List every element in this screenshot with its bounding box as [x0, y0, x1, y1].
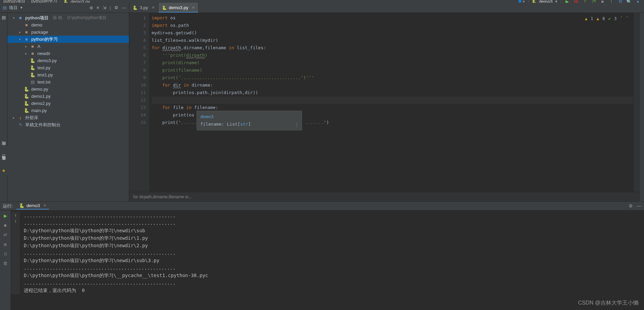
code-area[interactable]: ▲1 ▲8 ✔3 ˆ ˇ import os import os.path my…: [150, 13, 633, 192]
tree-file-demopy[interactable]: 🐍 demo.py: [7, 86, 129, 93]
trash-icon[interactable]: 🗑: [2, 260, 9, 266]
python-file-icon: 🐍: [162, 5, 167, 10]
breadcrumb-file[interactable]: demo3.py: [71, 0, 90, 3]
library-icon: ⫰: [18, 115, 23, 120]
tree-folder-study[interactable]: ▾ ■ python的学习: [7, 36, 129, 43]
project-toolwindow-button[interactable]: ▤: [2, 15, 6, 20]
python-file-icon: 🐍: [24, 87, 29, 92]
tree-label: demo1.py: [31, 94, 51, 99]
right-toolwindow-bar: [639, 13, 644, 201]
tree-label: demo: [31, 22, 43, 28]
git-button[interactable]: ⧉: [617, 0, 623, 3]
tree-scratches[interactable]: ✎ 草稿文件和控制台: [7, 121, 129, 128]
run-tab-demo3[interactable]: 🐍 demo3 ✕: [16, 202, 49, 209]
expand-all-icon[interactable]: ≡: [97, 5, 99, 10]
more-icon[interactable]: ⋮: [294, 121, 299, 129]
account-icon[interactable]: ●: [635, 0, 641, 3]
tree-label: 外部库: [25, 115, 38, 121]
parameter-info-popup: demo3 filename: List[str] ⋮: [197, 111, 302, 130]
print-icon[interactable]: ⎙: [2, 251, 9, 257]
breadcrumb-folder[interactable]: python的学习: [31, 0, 57, 3]
tree-folder-demo[interactable]: ■ demo: [7, 21, 129, 29]
project-panel-title[interactable]: 项目: [9, 5, 18, 11]
run-config-selector[interactable]: 🐍 demo3 ▼: [528, 0, 561, 3]
scroll-to-end-icon[interactable]: ≣: [2, 241, 9, 247]
hide-panel-icon[interactable]: —: [637, 203, 641, 208]
run-actions: ▶ ■ ⇄ ≣ ⎙ 🗑: [0, 211, 11, 310]
tree-folder-package[interactable]: ▸ ■ package: [7, 29, 129, 36]
breadcrumb-root[interactable]: python项目: [3, 0, 26, 3]
tree-root[interactable]: ▾ ■ python项目 源 根, D:\python\python项目: [7, 14, 129, 21]
line-gutter[interactable]: 123 456 789 101112 131415: [129, 13, 150, 192]
star-icon: ★: [2, 168, 6, 173]
tree-label: main.py: [31, 108, 47, 113]
text-file-icon: ▤: [30, 79, 35, 85]
tree-label: demo.py: [31, 87, 48, 92]
debug-button[interactable]: 🐞: [573, 0, 579, 3]
search-icon[interactable]: 🔍: [626, 0, 632, 3]
run-tabbar: 运行: 🐍 demo3 ✕ ⚙ —: [0, 202, 644, 211]
project-tree[interactable]: ▾ ■ python项目 源 根, D:\python\python项目 ■ d…: [7, 13, 129, 201]
tree-file-mainpy[interactable]: 🐍 main.py: [7, 107, 129, 114]
run-button[interactable]: ▶: [564, 0, 570, 3]
inspection-summary[interactable]: ▲1 ▲8 ✔3 ˆ ˇ: [585, 15, 628, 22]
tree-file-test1py[interactable]: 🐍 test1.py: [7, 71, 129, 78]
editor-scrollbar[interactable]: [633, 13, 639, 192]
locate-icon[interactable]: ⊕: [89, 5, 93, 10]
warning-icon: ▲: [597, 15, 599, 22]
rerun-button[interactable]: ▶: [2, 213, 9, 219]
gear-icon[interactable]: ⚙: [114, 5, 118, 10]
collapse-all-icon[interactable]: ⇲: [103, 5, 106, 10]
tree-label: newdir: [37, 51, 50, 56]
editor: 123 456 789 101112 131415 ▲1 ▲8 ✔3 ˆ ˇ i…: [129, 13, 639, 201]
tree-path: D:\python\python项目: [67, 15, 106, 21]
coverage-button[interactable]: ⤴: [582, 0, 588, 3]
chevron-right-icon[interactable]: ▸: [12, 116, 16, 120]
close-icon[interactable]: ✕: [152, 5, 155, 10]
tree-file-demo2py[interactable]: 🐍 demo2.py: [7, 100, 129, 107]
python-file-icon: 🐍: [30, 65, 35, 70]
tree-label: python的学习: [31, 36, 58, 42]
user-icon[interactable]: 👤▾: [517, 0, 525, 3]
chevron-right-icon[interactable]: ▸: [24, 44, 28, 48]
tree-label: demo3.py: [37, 58, 57, 63]
python-file-icon: 🐍: [531, 0, 537, 3]
gear-icon[interactable]: ⚙: [629, 203, 633, 208]
breadcrumb: python项目 › python的学习 › 🐍 demo3.py 👤▾ 🐍 d…: [0, 0, 644, 3]
toolbar: ▤ 项目 ▼ ⊕ ≡ ⇲ | ⚙ — 🐍 3.py ✕ 🐍 demo3.py ✕: [0, 3, 644, 13]
chevron-right-icon[interactable]: ▸: [24, 52, 28, 55]
chevron-up-icon[interactable]: ˆ: [620, 15, 623, 22]
divider: |: [110, 5, 111, 10]
tree-file-demo1py[interactable]: 🐍 demo1.py: [7, 93, 129, 100]
project-icon: ▤: [3, 5, 7, 10]
folder-icon: ■: [30, 51, 35, 56]
python-file-icon: 🐍: [24, 94, 29, 99]
chevron-right-icon[interactable]: ▸: [18, 30, 22, 34]
hide-panel-icon[interactable]: —: [122, 5, 126, 10]
tab-3py[interactable]: 🐍 3.py ✕: [129, 3, 158, 13]
breadcrumb-context[interactable]: for dirpath,dirname,filename in...: [129, 192, 639, 201]
close-icon[interactable]: ✕: [43, 203, 46, 208]
tree-file-testpy[interactable]: 🐍 test.py: [7, 64, 129, 71]
popup-title: demo3: [200, 113, 298, 121]
console-output[interactable]: ↑↓ .....................................…: [11, 211, 644, 310]
warning-icon: ▲: [585, 15, 587, 22]
soft-wrap-icon[interactable]: ⇄: [2, 232, 9, 238]
chevron-down-icon[interactable]: ˇ: [626, 15, 628, 22]
chevron-right-icon: ›: [60, 0, 61, 3]
tree-file-texttxt[interactable]: ▤ text.txt: [7, 78, 129, 86]
chevron-down-icon[interactable]: ▼: [20, 6, 23, 10]
chevron-down-icon[interactable]: ▾: [12, 16, 16, 20]
close-icon[interactable]: ✕: [192, 5, 195, 10]
chevron-down-icon[interactable]: ▾: [18, 37, 22, 41]
python-file-icon: 🐍: [30, 58, 35, 63]
console-gutter[interactable]: ↑↓: [11, 212, 20, 294]
tree-folder-newdir[interactable]: ▸ ■ newdir: [7, 50, 129, 57]
tree-external-libs[interactable]: ▸ ⫰ 外部库: [7, 114, 129, 121]
folder-icon: ■: [24, 37, 29, 42]
tree-folder-A[interactable]: ▸ ■ A: [7, 43, 129, 50]
tree-file-demo3py[interactable]: 🐍 demo3.py: [7, 57, 129, 64]
tab-demo3py[interactable]: 🐍 demo3.py ✕: [158, 3, 199, 13]
profile-button[interactable]: ⏱: [591, 0, 596, 3]
python-file-icon: 🐍: [63, 0, 69, 3]
